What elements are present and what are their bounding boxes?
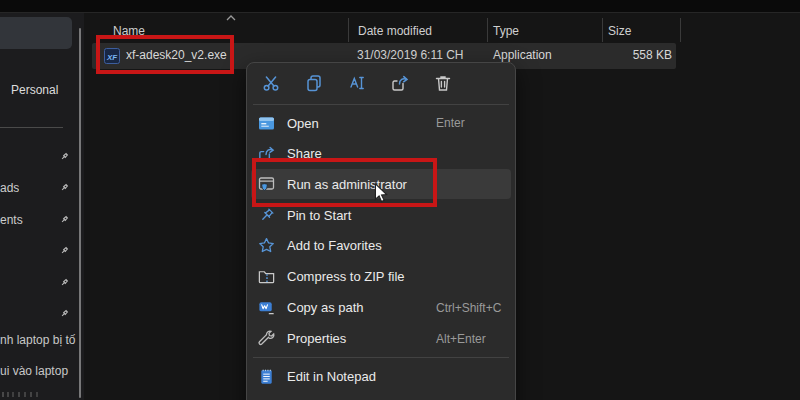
column-header-name[interactable]: Name — [113, 20, 145, 42]
sidebar-pinned-item[interactable] — [0, 241, 76, 261]
open-icon — [257, 114, 276, 133]
column-header-type[interactable]: Type — [493, 20, 519, 42]
sidebar-item-text[interactable]: ui vào laptop — [0, 364, 84, 378]
menu-item-pin-to-start[interactable]: Pin to Start — [247, 200, 515, 230]
copy-icon — [304, 73, 324, 93]
delete-button[interactable] — [429, 69, 457, 97]
navigation-pane: Personal ads ents nh laptop bị tố ui vào… — [0, 13, 84, 400]
share-icon — [257, 144, 276, 163]
menu-divider — [253, 104, 509, 105]
rename-button[interactable] — [343, 69, 371, 97]
cut-button[interactable] — [257, 69, 285, 97]
context-menu: Open Enter Share Run as administrator Pi… — [246, 62, 516, 400]
menu-item-open[interactable]: Open Enter — [247, 108, 515, 138]
sidebar-item-text[interactable]: nh laptop bị tố — [0, 333, 84, 347]
sidebar-item-clipped — [2, 392, 72, 397]
column-divider[interactable] — [487, 18, 488, 42]
menu-item-add-to-favorites[interactable]: Add to Favorites — [247, 230, 515, 261]
wrench-icon — [257, 329, 276, 348]
rename-icon — [347, 73, 367, 93]
menu-item-copy-as-path[interactable]: Copy as path Ctrl+Shift+C — [247, 292, 515, 323]
share-button[interactable] — [386, 69, 414, 97]
menu-item-edit-in-notepad[interactable]: Edit in Notepad — [247, 361, 515, 391]
shortcut: Enter — [436, 116, 506, 130]
pin-icon — [58, 245, 70, 257]
column-header-size[interactable]: Size — [608, 20, 631, 42]
cut-icon — [261, 73, 281, 93]
file-date-modified: 31/03/2019 6:11 CH — [357, 48, 464, 62]
sidebar-divider — [0, 127, 63, 128]
column-divider[interactable] — [348, 18, 349, 42]
column-header-date-modified[interactable]: Date modified — [358, 20, 432, 42]
column-divider[interactable] — [602, 18, 603, 42]
file-size: 558 KB — [562, 48, 672, 62]
menu-divider — [253, 357, 509, 358]
shortcut: Alt+Enter — [436, 332, 506, 346]
window-top-strip — [0, 0, 800, 13]
pin-icon — [58, 182, 70, 194]
shortcut: Ctrl+Shift+C — [436, 301, 506, 315]
delete-icon — [433, 73, 453, 93]
pin-icon — [58, 151, 70, 163]
column-divider[interactable] — [680, 18, 681, 42]
sidebar-pinned-item[interactable] — [0, 147, 76, 167]
share-icon — [390, 73, 410, 93]
svg-text:XF: XF — [106, 53, 118, 62]
run-as-administrator-icon — [257, 175, 276, 194]
sidebar-item-personal[interactable]: Personal — [11, 83, 58, 97]
sidebar-pinned-item[interactable]: ads — [0, 178, 76, 198]
sidebar-pinned-item[interactable] — [0, 304, 76, 324]
pin-icon — [58, 214, 70, 226]
sidebar-pinned-item[interactable]: ents — [0, 210, 76, 230]
copy-as-path-icon — [257, 298, 276, 317]
file-name: xf-adesk20_v2.exe — [126, 48, 227, 62]
sort-ascending-icon — [225, 14, 237, 22]
pin-to-start-icon — [257, 206, 276, 225]
mouse-cursor — [374, 183, 388, 203]
menu-item-properties[interactable]: Properties Alt+Enter — [247, 323, 515, 354]
sidebar-item-selected[interactable] — [0, 17, 72, 49]
pin-icon — [58, 277, 70, 289]
menu-item-compress-to-zip[interactable]: Compress to ZIP file — [247, 261, 515, 292]
copy-button[interactable] — [300, 69, 328, 97]
quick-actions-bar — [247, 63, 515, 103]
sidebar-scrollbar[interactable] — [79, 28, 81, 398]
sidebar-pinned-item[interactable] — [0, 273, 76, 293]
xf-exe-icon: XF — [104, 48, 120, 64]
pin-icon — [58, 308, 70, 320]
file-type: Application — [493, 48, 552, 62]
menu-item-share[interactable]: Share — [247, 138, 515, 168]
zip-folder-icon — [257, 267, 276, 286]
star-icon — [257, 236, 276, 255]
notepad-icon — [257, 367, 276, 386]
